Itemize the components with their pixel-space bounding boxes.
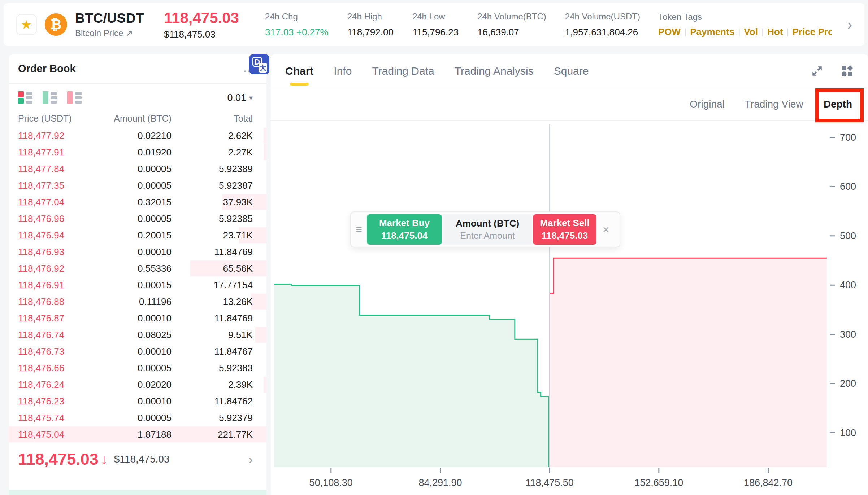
amount-placeholder: Enter Amount bbox=[460, 230, 515, 242]
order-book-controls: 0.01 ▾ bbox=[9, 84, 266, 107]
amount-input[interactable]: Amount (BTC) Enter Amount bbox=[443, 214, 532, 245]
ask-amount: 0.00010 bbox=[103, 396, 172, 407]
ask-total: 11.84769 bbox=[172, 246, 253, 258]
ask-row[interactable]: 118,476.870.0001011.84769 bbox=[9, 310, 266, 327]
order-book-title-row: Order Book ... bbox=[9, 54, 266, 84]
stat-value: 317.03 +0.27% bbox=[265, 27, 329, 38]
col-price: Price (USDT) bbox=[18, 113, 103, 124]
stat-value: 1,957,631,804.26 bbox=[565, 27, 640, 38]
drag-handle-icon[interactable]: ≡ bbox=[351, 223, 367, 236]
token-tags-row: POW|Payments|Vol|Hot|Price Protec bbox=[658, 26, 832, 38]
ask-row[interactable]: 118,476.740.080259.51K bbox=[9, 327, 266, 343]
ask-price: 118,476.24 bbox=[18, 379, 103, 390]
header-chevron-right-icon[interactable]: › bbox=[847, 17, 852, 32]
ask-row[interactable]: 118,477.920.022102.62K bbox=[9, 127, 266, 144]
ask-price: 118,477.92 bbox=[18, 130, 103, 141]
token-tag-payments[interactable]: Payments bbox=[690, 26, 734, 38]
depth-bar bbox=[264, 144, 266, 160]
ask-row[interactable]: 118,476.930.0001011.84769 bbox=[9, 244, 266, 260]
pair-block: BTC/USDT Bitcoin Price ↗ bbox=[75, 11, 144, 38]
x-tick-label: 84,291.90 bbox=[418, 477, 462, 488]
close-icon[interactable]: × bbox=[596, 223, 615, 236]
ask-row[interactable]: 118,477.350.000055.92387 bbox=[9, 177, 266, 194]
token-tag-hot[interactable]: Hot bbox=[767, 26, 783, 38]
ask-amount: 0.02020 bbox=[103, 379, 172, 390]
y-tick-label: 500 bbox=[840, 231, 856, 241]
ask-row[interactable]: 118,475.740.000055.92379 bbox=[9, 409, 266, 426]
last-price-block: 118,475.03 $118,475.03 bbox=[164, 9, 247, 40]
ask-price: 118,477.91 bbox=[18, 147, 103, 158]
stat-label: 24h Volume(BTC) bbox=[477, 12, 546, 22]
ask-row[interactable]: 118,476.920.5533665.56K bbox=[9, 260, 266, 277]
token-tag-pow[interactable]: POW bbox=[658, 26, 681, 38]
ask-amount: 0.55336 bbox=[103, 263, 172, 274]
ask-row[interactable]: 118,476.940.2001523.71K bbox=[9, 227, 266, 244]
stat-label: 24h High bbox=[347, 12, 394, 22]
ask-total: 2.27K bbox=[172, 147, 253, 158]
ask-total: 9.51K bbox=[172, 329, 253, 341]
ask-price: 118,476.93 bbox=[18, 246, 103, 258]
ask-row[interactable]: 118,476.240.020202.39K bbox=[9, 376, 266, 393]
orderbook-mode-buy-icon[interactable] bbox=[43, 91, 58, 104]
last-price-usd: $118,475.03 bbox=[164, 29, 247, 40]
header-stat-24h-volume-btc-: 24h Volume(BTC)16,639.07 bbox=[477, 12, 546, 38]
market-order-widget: ≡ Market Buy 118,475.04 Amount (BTC) Ent… bbox=[350, 211, 620, 248]
chart-panel: ChartInfoTrading DataTrading AnalysisSqu… bbox=[271, 54, 868, 495]
footer-chevron-right-icon[interactable]: › bbox=[249, 452, 253, 466]
translate-extension-icon[interactable]: D 大 bbox=[249, 54, 269, 74]
ask-total: 11.84762 bbox=[172, 396, 253, 407]
tag-separator: | bbox=[786, 27, 789, 37]
order-book-title: Order Book bbox=[18, 63, 76, 75]
ask-row[interactable]: 118,475.041.87188221.77K bbox=[9, 426, 266, 443]
y-tick-label: 300 bbox=[840, 329, 856, 340]
ask-amount: 0.00005 bbox=[103, 412, 172, 424]
precision-dropdown[interactable]: 0.01 ▾ bbox=[227, 92, 253, 104]
chevron-down-icon: ▾ bbox=[249, 93, 253, 102]
ask-row[interactable]: 118,477.040.3201537.93K bbox=[9, 194, 266, 210]
mode-both-buy-square bbox=[18, 98, 24, 104]
precision-value: 0.01 bbox=[227, 92, 246, 104]
token-tag-vol[interactable]: Vol bbox=[744, 26, 758, 38]
favorite-button[interactable]: ★ bbox=[16, 14, 37, 35]
ask-row[interactable]: 118,476.880.1119613.26K bbox=[9, 293, 266, 310]
ask-amount: 0.00015 bbox=[103, 280, 172, 291]
orderbook-mode-both-icon[interactable] bbox=[18, 91, 33, 104]
ask-total: 5.92387 bbox=[172, 180, 253, 191]
ask-price: 118,476.23 bbox=[18, 396, 103, 407]
header-stat-24h-chg: 24h Chg317.03 +0.27% bbox=[265, 12, 329, 38]
market-buy-price: 118,475.04 bbox=[381, 229, 428, 242]
ask-amount: 0.08025 bbox=[103, 329, 172, 341]
bids-area bbox=[274, 284, 548, 468]
market-sell-price: 118,475.03 bbox=[542, 229, 588, 242]
footer-last-price-usd: $118,475.03 bbox=[114, 454, 170, 465]
footer-last-price: 118,475.03 bbox=[18, 450, 99, 469]
ask-price: 118,475.74 bbox=[18, 412, 103, 424]
y-tick-label: 600 bbox=[840, 181, 856, 192]
stat-value: 16,639.07 bbox=[477, 27, 546, 38]
x-tick-label: 152,659.10 bbox=[634, 477, 683, 488]
ask-row[interactable]: 118,476.960.000055.92385 bbox=[9, 210, 266, 227]
mode-buy-bar bbox=[43, 91, 48, 104]
x-tick-label: 186,842.70 bbox=[744, 477, 793, 488]
depth-bar bbox=[255, 327, 266, 343]
orderbook-mode-sell-icon[interactable] bbox=[67, 91, 82, 104]
ask-row[interactable]: 118,476.910.0001517.77154 bbox=[9, 277, 266, 293]
col-amount: Amount (BTC) bbox=[103, 113, 172, 124]
pair-subtitle-link[interactable]: Bitcoin Price ↗ bbox=[75, 28, 144, 38]
ask-row[interactable]: 118,476.730.0001011.84767 bbox=[9, 343, 266, 360]
ask-amount: 0.32015 bbox=[103, 197, 172, 208]
ask-row[interactable]: 118,476.230.0001011.84762 bbox=[9, 393, 266, 409]
ask-row[interactable]: 118,476.660.000055.92383 bbox=[9, 360, 266, 376]
ask-row[interactable]: 118,477.910.019202.27K bbox=[9, 144, 266, 161]
header-stat-24h-low: 24h Low115,796.23 bbox=[412, 12, 459, 38]
depth-bar bbox=[251, 294, 266, 310]
ask-amount: 0.00005 bbox=[103, 180, 172, 191]
token-tag-price-protec[interactable]: Price Protec bbox=[793, 26, 832, 38]
market-buy-button[interactable]: Market Buy 118,475.04 bbox=[367, 214, 442, 245]
pair-name: BTC/USDT bbox=[75, 11, 144, 26]
ask-row[interactable]: 118,477.840.000055.92389 bbox=[9, 161, 266, 177]
ask-price: 118,476.73 bbox=[18, 346, 103, 357]
market-sell-button[interactable]: Market Sell 118,475.03 bbox=[533, 214, 596, 245]
stat-label: 24h Volume(USDT) bbox=[565, 12, 640, 22]
order-book-column-headers: Price (USDT) Amount (BTC) Total bbox=[9, 107, 266, 127]
